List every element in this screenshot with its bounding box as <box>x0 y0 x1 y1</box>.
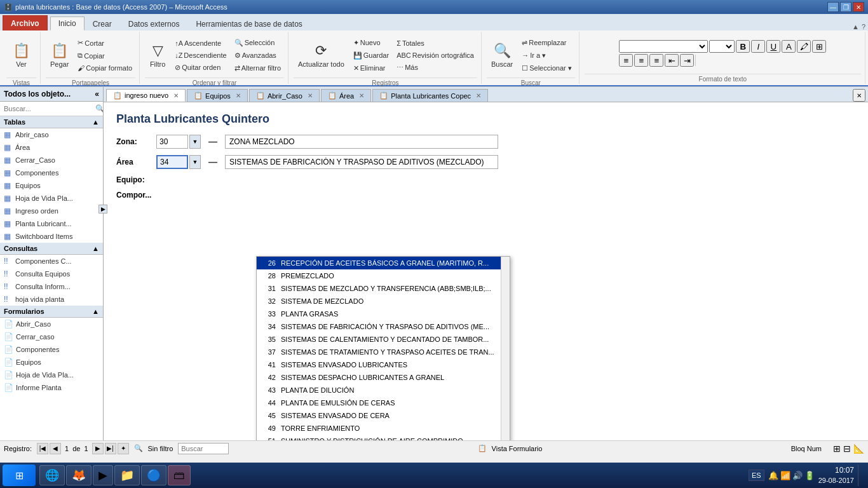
ortografia-button[interactable]: ABC Revisión ortográfica <box>393 50 477 61</box>
maximize-button[interactable]: ❐ <box>840 2 851 12</box>
start-button[interactable]: ⊞ <box>3 464 36 486</box>
zona-input[interactable] <box>156 135 188 149</box>
section-tablas[interactable]: Tablas ▲ <box>0 116 103 128</box>
dropdown-item-49[interactable]: 49 TORRE ENFRIAMIENTO <box>257 422 510 435</box>
dropdown-item-31[interactable]: 31 SISTEMAS DE MEZCLADO Y TRANSFERENCIA … <box>257 282 510 295</box>
align-left-button[interactable]: ≡ <box>619 54 633 67</box>
dropdown-item-37[interactable]: 37 SISTEMAS DE TRATAMIENTO Y TRASPASO AC… <box>257 346 510 358</box>
taskbar-time-display[interactable]: 10:07 29-08-2017 <box>818 465 854 485</box>
underline-button[interactable]: U <box>766 40 780 53</box>
close-button[interactable]: ✕ <box>853 2 864 12</box>
dropdown-item-33[interactable]: 33 PLANTA GRASAS <box>257 308 510 320</box>
tray-network-icon[interactable]: 📶 <box>780 471 790 480</box>
actualizar-button[interactable]: ⟳ Actualizar todo <box>294 33 349 78</box>
bold-button[interactable]: B <box>736 40 750 53</box>
minimize-button[interactable]: — <box>827 2 839 12</box>
indent-inc-button[interactable]: ⇥ <box>680 54 694 67</box>
align-right-button[interactable]: ≡ <box>649 54 663 67</box>
dropdown-item-35[interactable]: 35 SISTEMAS DE CALENTAMIENTO Y DECANTADO… <box>257 333 510 346</box>
dropdown-item-32[interactable]: 32 SISTEMA DE MEZCLADO <box>257 295 510 308</box>
font-color-button[interactable]: A <box>782 40 796 53</box>
nav-item-comp-c[interactable]: !! Componentes C... <box>0 255 103 268</box>
italic-button[interactable]: I <box>751 40 765 53</box>
tab-close-icon[interactable]: ✕ <box>359 92 364 99</box>
area-dropdown-button[interactable]: ▼ <box>189 155 201 169</box>
nav-item-form-cerrar[interactable]: 📄 Cerrar_caso <box>0 330 103 343</box>
tray-battery-icon[interactable]: 🔋 <box>804 471 815 480</box>
seleccionar-button[interactable]: ☐ Seleccionar ▾ <box>519 62 575 74</box>
view-normal-icon[interactable]: ⊞ <box>833 444 841 454</box>
section-consultas[interactable]: Consultas ▲ <box>0 243 103 255</box>
nav-next-button[interactable]: ▶ <box>92 443 104 454</box>
doc-tab-equipos[interactable]: 📋 Equipos ✕ <box>187 89 248 102</box>
nav-item-cerrar-caso[interactable]: ▦ Cerrar_Caso <box>0 154 103 166</box>
gridlines-button[interactable]: ⊞ <box>812 40 826 53</box>
tab-herramientas[interactable]: Herramientas de base de datos <box>187 17 310 30</box>
guardar-button[interactable]: 💾 Guardar <box>350 50 392 62</box>
tab-close-icon[interactable]: ✕ <box>236 92 241 99</box>
nav-pane-header[interactable]: Todos los objeto... « <box>0 87 103 102</box>
ira-button[interactable]: → Ir a ▾ <box>519 50 575 62</box>
tray-notify-icon[interactable]: 🔔 <box>768 471 778 480</box>
totales-button[interactable]: Σ Totales <box>393 37 477 49</box>
indent-dec-button[interactable]: ⇤ <box>665 54 679 67</box>
dropdown-item-26[interactable]: 26 RECEPCIÓN DE ACEITES BÁSICOS A GRANEL… <box>257 257 510 269</box>
nav-collapse-icon[interactable]: « <box>95 90 99 98</box>
doc-tab-planta[interactable]: 📋 Planta Lubricantes Copec ✕ <box>372 89 488 102</box>
ver-button[interactable]: 📋 Ver <box>8 33 34 78</box>
nav-item-componentes[interactable]: ▦ Componentes <box>0 166 103 179</box>
zona-text-input[interactable] <box>225 135 498 149</box>
nav-prev-button[interactable]: ◀ <box>50 443 61 454</box>
tab-close-icon[interactable]: ✕ <box>173 92 179 99</box>
nav-item-consulta-equipos[interactable]: !! Consulta Equipos <box>0 268 103 280</box>
nav-item-hoja-vida[interactable]: ▦ Hoja de Vida Pla... <box>0 192 103 205</box>
pegar-button[interactable]: 📋 Pegar <box>46 33 73 78</box>
taskbar-media[interactable]: ▶ <box>93 465 113 485</box>
doc-tab-abrir[interactable]: 📋 Abrir_Caso ✕ <box>249 89 320 102</box>
ascendente-button[interactable]: ↑A Ascendente <box>172 37 230 49</box>
taskbar-access[interactable]: 🗃 <box>168 465 191 485</box>
tab-close-icon[interactable]: ✕ <box>308 92 313 99</box>
taskbar-ie[interactable]: 🌐 <box>39 465 65 485</box>
nav-last-button[interactable]: ▶| <box>105 443 116 454</box>
dropdown-item-41[interactable]: 41 SISTEMAS ENVASADO LUBRICANTES <box>257 358 510 371</box>
taskbar-chrome[interactable]: 🔵 <box>141 465 166 485</box>
dropdown-item-28[interactable]: 28 PREMEZCLADO <box>257 269 510 282</box>
nav-item-form-comp[interactable]: 📄 Componentes <box>0 343 103 356</box>
nav-search-button[interactable]: 🔍 <box>94 103 104 114</box>
dropdown-scrollbar[interactable] <box>501 257 510 440</box>
align-center-button[interactable]: ≡ <box>634 54 648 67</box>
nav-first-button[interactable]: |◀ <box>37 443 48 454</box>
nuevo-button[interactable]: ✦ Nuevo <box>350 37 392 49</box>
filtro-button[interactable]: ▽ Filtro <box>145 33 170 78</box>
nav-item-switchboard[interactable]: ▦ Switchboard Items <box>0 230 103 243</box>
tab-inicio[interactable]: Inicio <box>50 17 85 30</box>
nav-pane-toggle[interactable]: ▶ <box>104 205 107 214</box>
quitar-orden-button[interactable]: ⊘ Quitar orden <box>172 62 230 74</box>
eliminar-button[interactable]: ✕ Eliminar <box>350 62 392 74</box>
dropdown-item-51[interactable]: 51 SUMINISTRO Y DISTRICUICIÓN DE AIRE CO… <box>257 435 510 440</box>
view-layout-icon[interactable]: ⊟ <box>843 444 851 454</box>
tab-close-all[interactable]: ✕ <box>853 89 865 102</box>
font-size-select[interactable] <box>709 40 735 53</box>
nav-item-form-abrir[interactable]: 📄 Abrir_Caso <box>0 318 103 330</box>
nav-item-consulta-inform[interactable]: !! Consulta Inform... <box>0 280 103 293</box>
taskbar-explorer[interactable]: 📁 <box>114 465 140 485</box>
alternar-button[interactable]: ⇄ Alternar filtro <box>231 62 284 74</box>
section-formularios[interactable]: Formularios ▲ <box>0 306 103 318</box>
tab-crear[interactable]: Crear <box>85 17 120 30</box>
tray-volume-icon[interactable]: 🔊 <box>792 471 803 480</box>
area-text-input[interactable] <box>225 155 498 169</box>
font-family-select[interactable] <box>619 40 708 53</box>
dropdown-item-43[interactable]: 43 PLANTA DE DILUCIÓN <box>257 384 510 396</box>
view-form-icon[interactable]: 📋 <box>478 444 487 452</box>
area-input[interactable] <box>156 155 188 169</box>
search-input[interactable] <box>178 443 229 454</box>
dropdown-item-42[interactable]: 42 SISTEMAS DESPACHO LUBRICANTES A GRANE… <box>257 371 510 384</box>
view-design-icon[interactable]: 📐 <box>853 444 864 454</box>
nav-item-form-equipos[interactable]: 📄 Equipos <box>0 356 103 369</box>
nav-item-form-informe[interactable]: 📄 Informe Planta <box>0 381 103 394</box>
nav-new-button[interactable]: ✦ <box>118 443 129 454</box>
mas-button[interactable]: ⋯ Más <box>393 62 477 74</box>
nav-search-input[interactable] <box>1 104 94 114</box>
